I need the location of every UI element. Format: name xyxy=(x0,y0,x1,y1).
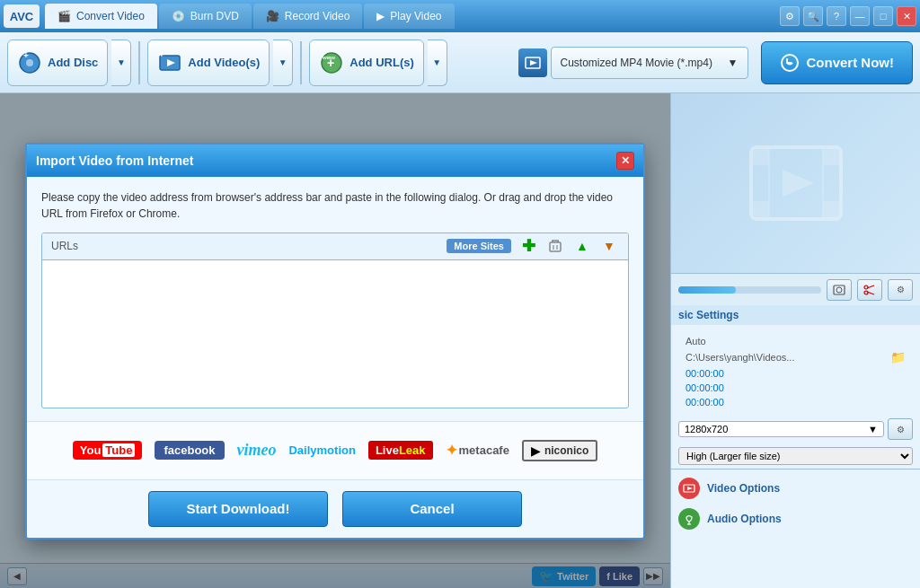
sites-area: You Tube facebook vimeo Dailymotion xyxy=(27,421,643,479)
svg-text:+: + xyxy=(23,50,29,60)
time-row-1: 00:00:00 xyxy=(678,366,913,381)
quality-selector[interactable]: High (Larger file size) xyxy=(678,447,913,465)
sep2 xyxy=(300,41,302,84)
dialog-overlay: Import Video from Internet ✕ Please copy… xyxy=(0,93,670,588)
dialog-close-button[interactable]: ✕ xyxy=(616,152,634,170)
settings-section-label: sic Settings xyxy=(671,305,920,325)
add-url-button[interactable]: ✚ xyxy=(518,236,538,256)
resolution-dropdown-icon: ▼ xyxy=(868,424,878,434)
format-dropdown-icon: ▼ xyxy=(728,57,739,69)
audio-options-label: Audio Options xyxy=(707,513,782,525)
svg-rect-19 xyxy=(751,147,769,165)
add-urls-button[interactable]: + www Add URL(s) xyxy=(309,39,424,86)
svg-marker-33 xyxy=(687,487,693,490)
right-panel: ⚙ sic Settings Auto C:\Users\yangh\Video… xyxy=(670,93,920,588)
dailymotion-logo[interactable]: Dailymotion xyxy=(288,443,355,457)
svg-rect-12 xyxy=(550,242,561,251)
delete-url-button[interactable] xyxy=(545,236,565,256)
video-options-icon xyxy=(678,478,700,499)
sep1 xyxy=(138,41,140,84)
play-video-icon: ▶ xyxy=(376,10,385,22)
svg-text:+: + xyxy=(159,50,164,59)
metacafe-logo[interactable]: ✦ metacafe xyxy=(446,442,509,459)
dialog-body: Please copy the video address from brows… xyxy=(27,177,643,421)
bottom-options: Video Options Audio Options xyxy=(671,469,920,538)
svg-rect-20 xyxy=(823,147,841,165)
dialog-instruction: Please copy the video address from brows… xyxy=(41,189,629,222)
toolbar: + Add Disc ▼ + Add Video(s) ▼ + www Add … xyxy=(0,32,920,93)
dialog-titlebar: Import Video from Internet ✕ xyxy=(27,145,643,177)
help-btn[interactable]: ? xyxy=(827,6,846,26)
add-disc-button[interactable]: + Add Disc xyxy=(7,39,108,86)
dialog-buttons: Start Download! Cancel xyxy=(27,479,643,538)
add-disc-dropdown[interactable]: ▼ xyxy=(111,39,131,86)
convert-icon xyxy=(780,53,800,73)
add-disc-icon: + xyxy=(17,50,42,75)
format-icon xyxy=(518,48,547,77)
maximize-btn[interactable]: □ xyxy=(873,6,893,26)
youtube-logo[interactable]: You Tube xyxy=(73,441,143,460)
svg-marker-25 xyxy=(783,170,814,197)
audio-options-icon xyxy=(678,508,700,530)
settings-section: Auto C:\Users\yangh\Videos... 📁 00:00:00… xyxy=(671,329,920,415)
settings-panel-button[interactable]: ⚙ xyxy=(888,279,913,301)
facebook-logo[interactable]: facebook xyxy=(155,441,224,460)
cut-button[interactable] xyxy=(857,279,882,301)
svg-rect-22 xyxy=(823,201,841,219)
window-controls: ⚙ 🔍 ? — □ ✕ xyxy=(780,6,916,26)
convert-now-button[interactable]: Convert Now! xyxy=(761,41,914,84)
time-row-2: 00:00:00 xyxy=(678,381,913,395)
url-area: URLs More Sites ✚ ▲ ▼ xyxy=(41,233,629,408)
tab-play-video[interactable]: ▶ Play Video xyxy=(364,4,454,29)
url-input[interactable] xyxy=(42,260,628,404)
burn-dvd-icon: 💿 xyxy=(172,10,185,22)
svg-point-27 xyxy=(836,287,842,293)
vimeo-logo[interactable]: vimeo xyxy=(237,441,277,460)
svg-text:www: www xyxy=(322,55,335,60)
convert-video-icon: 🎬 xyxy=(58,10,71,22)
search-btn[interactable]: 🔍 xyxy=(803,6,823,26)
liveleak-logo[interactable]: LiveLeak xyxy=(368,441,433,460)
resolution-settings-button[interactable]: ⚙ xyxy=(888,418,913,440)
move-up-button[interactable]: ▲ xyxy=(572,236,592,256)
add-videos-dropdown[interactable]: ▼ xyxy=(273,39,293,86)
add-urls-dropdown[interactable]: ▼ xyxy=(428,39,447,86)
format-selector[interactable]: Customized MP4 Movie (*.mp4) ▼ xyxy=(551,47,748,79)
tab-convert-video[interactable]: 🎬 Convert Video xyxy=(45,4,157,29)
minimize-btn[interactable]: — xyxy=(850,6,870,26)
add-urls-icon: + www xyxy=(319,50,344,75)
panel-controls: ⚙ xyxy=(671,273,920,305)
url-area-header: URLs More Sites ✚ ▲ ▼ xyxy=(42,233,628,260)
tab-burn-dvd[interactable]: 💿 Burn DVD xyxy=(159,4,252,29)
resolution-selector[interactable]: 1280x720 ▼ xyxy=(678,421,884,437)
cancel-button[interactable]: Cancel xyxy=(342,491,522,527)
film-preview-icon xyxy=(742,138,850,228)
preview-area xyxy=(671,93,920,273)
settings-btn[interactable]: ⚙ xyxy=(780,6,800,26)
start-download-button[interactable]: Start Download! xyxy=(148,491,328,527)
video-options-label: Video Options xyxy=(707,482,780,495)
auto-row: Auto xyxy=(678,334,913,348)
main-area: Import Video from Internet ✕ Please copy… xyxy=(0,93,670,588)
url-label: URLs xyxy=(51,240,439,252)
svg-point-1 xyxy=(26,59,33,66)
more-sites-button[interactable]: More Sites xyxy=(447,239,511,253)
dialog-title: Import Video from Internet xyxy=(36,154,194,168)
time-row-3: 00:00:00 xyxy=(678,395,913,409)
niconico-logo[interactable]: ▶ niconico xyxy=(522,440,597,461)
close-btn[interactable]: ✕ xyxy=(897,6,916,26)
add-videos-button[interactable]: + Add Video(s) xyxy=(147,39,270,86)
move-down-button[interactable]: ▼ xyxy=(599,236,619,256)
svg-rect-21 xyxy=(751,201,769,219)
add-videos-icon: + xyxy=(157,50,182,75)
browse-folder-button[interactable]: 📁 xyxy=(890,350,906,364)
title-bar: AVC 🎬 Convert Video 💿 Burn DVD 🎥 Record … xyxy=(0,0,920,32)
screenshot-button[interactable] xyxy=(827,279,852,301)
progress-fill xyxy=(678,286,736,294)
audio-options-row[interactable]: Audio Options xyxy=(671,504,920,534)
video-options-row[interactable]: Video Options xyxy=(671,473,920,504)
tab-record-video[interactable]: 🎥 Record Video xyxy=(253,4,363,29)
file-path-row: C:\Users\yangh\Videos... 📁 xyxy=(678,348,913,366)
record-video-icon: 🎥 xyxy=(266,10,279,22)
main-content: Import Video from Internet ✕ Please copy… xyxy=(0,93,920,588)
